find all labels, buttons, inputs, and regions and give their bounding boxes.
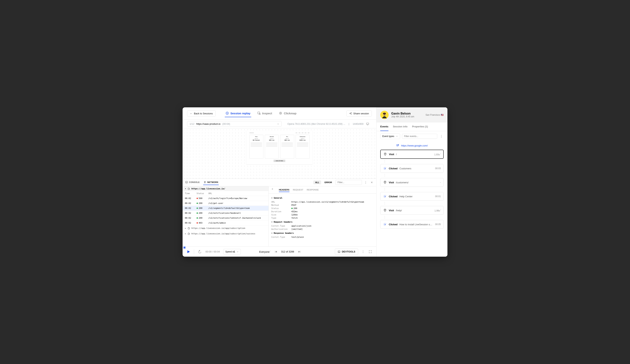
event-time: 1.99si [434,209,441,212]
network-group-collapsed[interactable]: ▸https://app.livesession.io/app/subscrip… [182,231,268,236]
plan-card: Normalstarts at$39 / mo [265,135,279,159]
event-type: Clicked [389,195,398,198]
detail-value: https://api.livesession.io/v1/segments?i… [291,201,364,203]
svg-point-17 [384,182,386,182]
rewind-icon[interactable] [198,249,202,254]
user-date: July 4th 2020, 8:45 am [391,115,414,118]
devtools-label: DEVTOOLS [342,250,355,253]
detail-value: [omitted] [291,228,303,230]
filter-error[interactable]: ERROR [322,181,334,184]
network-group[interactable]: ▾ https://app.livesession.io/ [182,186,268,191]
everyone-label[interactable]: Everyone [259,250,270,253]
detail-tab-request[interactable]: REQUEST [293,188,303,192]
playback-time: 00:00 / 00:04 [206,250,220,253]
pin-icon [383,152,387,156]
detail-key: Type [271,217,288,219]
detail-tab-headers[interactable]: HEADERS [279,188,290,192]
tab-session-replay[interactable]: Session replay [225,110,251,117]
url-select[interactable]: 1/12 https://saas-product.io (00:04) [187,121,282,127]
fullscreen-icon[interactable] [368,249,372,254]
group-url: https://app.livesession.io/ [192,187,225,190]
network-row[interactable]: 00:02200/v1/get-user [182,201,268,206]
speed-label: Speed [225,250,232,253]
network-row[interactable]: 00:02403/v1/auth/admin [182,220,268,225]
flag-icon: 🇺🇸 [441,114,444,116]
event-type: Visit [389,209,394,212]
svg-point-18 [384,210,386,210]
click-icon [383,194,387,198]
detail-key: URL [271,201,288,203]
event-time: 00:03 [435,167,441,170]
event-target: / [396,153,397,156]
side-tab-session-info[interactable]: Session info [393,123,408,131]
network-row[interactable]: 00:02200/v1/notifications?mode=all [182,211,268,216]
event-card[interactable]: ClickedCustomers00:03 [380,164,444,173]
caret-down-icon: ▾ [185,187,186,190]
detail-key: Size [271,213,288,216]
network-header-row: Time Status URL [182,191,268,196]
separator: | [349,123,349,125]
network-row[interactable]: 00:02200/v1/notifications?id=notif-1&cha… [182,216,268,220]
next-session-icon[interactable] [297,249,302,254]
col-url: URL [208,192,266,195]
url-time: (00:04) [222,123,230,125]
caret-down-icon: ▾ [271,197,272,199]
devtab-label: CONSOLE [189,181,200,183]
play-button[interactable] [186,250,190,254]
event-card[interactable]: Visit/help/1.99si [380,206,444,215]
caret-right-icon: ▸ [185,227,186,229]
speed-select[interactable]: Speed x1 [223,249,241,255]
main-tabs: Session replay Inspect Clickmap [225,110,297,117]
click-icon [383,167,387,170]
user-name: Gavin Belson [391,112,414,115]
caret-down-icon: ▾ [271,232,272,234]
detail-key: Contet-Type [271,225,288,227]
detail-tab-response[interactable]: RESPONSE [307,188,319,192]
devtools-button[interactable]: DEVTOOLS [335,248,358,255]
section-label: Response headers [274,232,294,234]
event-card[interactable]: ClickedHow to install LiveSession script… [380,220,444,229]
share-button[interactable]: Share session [346,110,372,117]
more-icon[interactable]: ⋮ [364,180,368,185]
network-row[interactable]: 00:02500/v1/auth/login?tz=Europe/Warsaw [182,196,268,201]
svg-rect-1 [258,112,260,114]
devtab-console[interactable]: CONSOLE [185,180,200,185]
tab-inspect[interactable]: Inspect [256,110,273,117]
network-group-collapsed[interactable]: ▸https://app.livesession.io/app/subscrip… [182,225,268,231]
detail-value: POST [291,204,296,206]
filter-all[interactable]: ALL [313,181,321,184]
event-card[interactable]: Visit/customers/- [380,178,444,187]
side-tab-events[interactable]: Events [380,123,388,131]
close-detail-icon[interactable] [271,188,274,192]
side-tab-properties[interactable]: Properties (1) [412,123,428,131]
back-button[interactable]: ← Back to Sessions [187,110,216,117]
event-card[interactable]: Visit/1.93si [380,150,444,159]
network-row[interactable]: 00:02200/v1/segments?id=default&type=tea… [182,206,268,211]
inspect-icon [257,112,261,115]
network-detail: HEADERS REQUEST RESPONSE ▾General URLhtt… [269,186,376,246]
referrer-link[interactable]: https://www.google.com/ [376,141,448,150]
event-card[interactable]: ClickedHelp Center00:01 [380,192,444,201]
page-preview: Freestarts at$0 / foreverNormalstarts at… [246,130,312,164]
detail-key: Duration [271,210,288,213]
devtab-network[interactable]: NETWORK [203,180,219,185]
detail-key: Authorization [271,228,288,230]
filter-events-input[interactable] [402,134,437,139]
close-icon[interactable] [370,180,374,185]
event-time: - [440,181,441,184]
event-types-select[interactable]: Event types [380,133,400,139]
svg-point-3 [280,112,282,114]
resolution-text: 1440x900 [353,123,364,125]
svg-rect-8 [366,123,369,124]
svg-point-4 [280,113,281,114]
more-icon[interactable]: ⋮ [439,134,444,139]
network-filter-input[interactable] [336,180,362,185]
prev-session-icon[interactable] [274,249,278,254]
speed-value: x1 [232,250,235,253]
svg-point-6 [351,112,351,113]
tab-clickmap[interactable]: Clickmap [278,110,297,117]
more-icon[interactable]: ⋮ [361,249,365,254]
plan-card: Prostarts at$89 / mo [280,135,294,159]
sidebar: Gavin Belson July 4th 2020, 8:45 am San … [376,107,448,257]
devtools-panel: CONSOLE NETWORK ALL ERROR ⋮ [182,179,376,246]
